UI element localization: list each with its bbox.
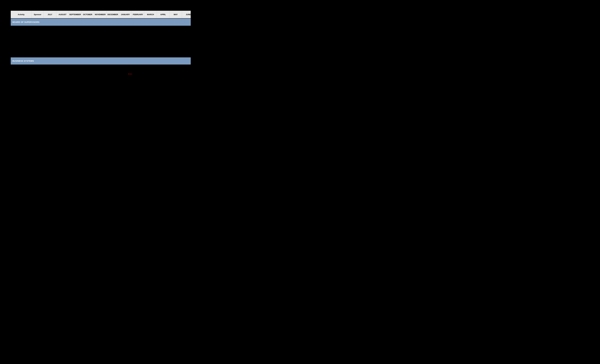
header-sponsor: Sponsor (32, 11, 44, 18)
lower-content (11, 79, 191, 164)
header-october: OCTOBER (81, 11, 94, 18)
header-january: JANUARY (119, 11, 132, 18)
section-business-systems: BUSINESS SYSTEMS (11, 57, 191, 64)
header-february: FEBRUARY (132, 11, 144, 18)
header-row: Activity Sponsor JULY AUGUST SEPTEMBER O… (11, 11, 191, 18)
header-november: NOVEMBER (94, 11, 107, 18)
header-june: JUNE (182, 11, 195, 18)
header-march: MARCH (144, 11, 157, 18)
header-september: SEPTEMBER (69, 11, 81, 18)
header-april: APRIL (157, 11, 169, 18)
action-label: Action (128, 73, 132, 75)
board-supervisors-content (11, 26, 191, 57)
header-may: MAY (169, 11, 182, 18)
header-august: AUGUST (56, 11, 69, 18)
main-container: Activity Sponsor JULY AUGUST SEPTEMBER O… (11, 11, 191, 164)
header-july: JULY (44, 11, 56, 18)
business-systems-content: Action (11, 64, 191, 79)
header-activity: Activity (11, 11, 32, 18)
section-board-of-supervisors: BOARD OF SUPERVISORS (11, 18, 191, 26)
header-december: DECEMBER (107, 11, 119, 18)
